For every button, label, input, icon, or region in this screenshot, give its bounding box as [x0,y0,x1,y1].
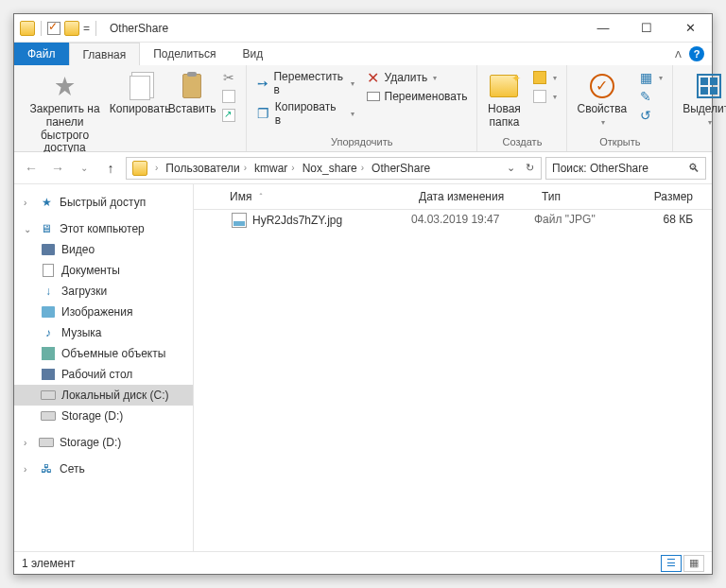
up-button[interactable]: ↑ [99,157,122,180]
group-new: Новая папка ▾ ▾ Создать [477,65,567,151]
new-folder-button[interactable]: Новая папка [481,67,527,133]
pc-icon: 🖥 [39,221,54,236]
folder-qa-icon[interactable] [64,21,79,36]
history-icon: ↺ [638,108,653,123]
nav-this-pc[interactable]: ⌄🖥Этот компьютер [14,218,193,239]
file-type: Файл "JPG" [534,213,638,228]
nav-item[interactable]: Рабочий стол [14,364,193,385]
path-icon [221,89,236,104]
chevron-down-icon: ▾ [351,79,354,88]
file-name: HyR2Jds7hZY.jpg [252,214,342,227]
tab-view[interactable]: Вид [229,43,276,65]
quick-access-toolbar: = [14,21,104,36]
easy-access-button[interactable]: ▾ [530,88,559,105]
rename-button[interactable]: Переименовать [364,88,470,105]
column-date[interactable]: Дата изменения [411,188,534,205]
maximize-button[interactable]: ☐ [625,14,668,43]
doc-icon [41,263,56,278]
easy-access-icon [532,89,547,104]
nav-item[interactable]: ♪Музыка [14,322,193,343]
search-placeholder: Поиск: OtherShare [552,162,648,175]
ribbon-right: ᐱ ? [675,43,712,65]
paste-shortcut-button[interactable] [219,107,238,124]
nav-item-label: Storage (D:) [61,409,123,423]
paste-icon [177,71,207,101]
breadcrumb-item[interactable]: OtherShare [368,162,434,175]
nav-item[interactable]: Изображения [14,302,193,322]
tab-share[interactable]: Поделиться [140,43,229,65]
nav-storage-d[interactable]: ›Storage (D:) [14,432,193,453]
drive-icon [41,408,56,424]
properties-button[interactable]: Свойства ▾ [571,67,632,130]
file-row[interactable]: HyR2Jds7hZY.jpg04.03.2019 19:47Файл "JPG… [194,210,712,231]
details-view-button[interactable]: ☰ [661,555,682,572]
copy-to-button[interactable]: ❐Копировать в▾ [254,99,356,128]
folder-icon [20,21,35,36]
nav-item[interactable]: Видео [14,239,193,260]
group-select: Выделить ▾ [673,65,726,151]
window-buttons: — ☐ ✕ [581,14,712,43]
new-item-button[interactable]: ▾ [530,69,559,86]
nav-item[interactable]: Локальный диск (C:) [14,385,193,406]
column-type[interactable]: Тип [534,188,638,205]
group-open: Свойства ▾ ▦▾ ✎ ↺ Открыть [567,65,673,151]
music-icon: ♪ [41,325,56,340]
edit-button[interactable]: ✎ [636,88,665,105]
help-icon[interactable]: ? [689,46,704,61]
tab-file[interactable]: Файл [14,43,69,65]
collapse-ribbon-icon[interactable]: ᐱ [675,49,682,60]
nav-item[interactable]: Объемные объекты [14,343,193,364]
nav-item[interactable]: Документы [14,260,193,281]
copy-button[interactable]: Копировать [112,67,168,120]
edit-icon: ✎ [638,89,653,104]
breadcrumb-item[interactable]: Пользователи› [162,162,251,175]
pin-quick-access-button[interactable]: Закрепить на панели быстрого доступа [18,67,112,159]
history-button[interactable]: ↺ [636,107,665,124]
video-icon [41,242,56,257]
jpg-file-icon [232,213,247,228]
status-bar: 1 элемент ☰ ▦ [14,551,712,574]
nav-item[interactable]: ↓Загрузки [14,281,193,302]
group-label: Создать [481,136,562,149]
address-dropdown[interactable]: ⌄ [501,158,520,179]
select-button[interactable]: Выделить ▾ [677,67,726,130]
tab-home[interactable]: Главная [69,43,141,65]
delete-button[interactable]: ✕Удалить▾ [364,69,470,86]
open-button[interactable]: ▦▾ [636,69,665,86]
copy-path-button[interactable] [219,88,238,105]
move-to-button[interactable]: ➙Переместить в▾ [254,69,356,97]
refresh-button[interactable]: ↻ [520,158,539,179]
nav-quick-access[interactable]: ›★Быстрый доступ [14,192,193,213]
nav-item-label: Документы [61,264,120,277]
nav-network[interactable]: ›🖧Сеть [14,458,193,479]
column-size[interactable]: Размер [638,188,712,205]
address-input[interactable]: › Пользователи› kmwar› Nox_share› OtherS… [126,157,542,180]
open-icon: ▦ [638,70,653,85]
back-button[interactable]: ← [20,157,43,180]
breadcrumb-item[interactable]: Nox_share› [299,162,368,175]
nav-item[interactable]: Storage (D:) [14,406,193,426]
minimize-button[interactable]: — [581,14,625,43]
search-input[interactable]: Поиск: OtherShare 🔍︎ [545,157,706,180]
icons-view-button[interactable]: ▦ [683,555,704,572]
pin-icon [50,71,80,101]
close-button[interactable]: ✕ [668,14,712,43]
column-name[interactable]: Имяˆ [194,188,411,205]
forward-button[interactable]: → [46,157,69,180]
file-date: 04.03.2019 19:47 [411,213,534,228]
download-icon: ↓ [41,284,56,299]
recent-dropdown[interactable]: ⌄ [73,157,95,180]
breadcrumb-item[interactable]: kmwar› [251,162,299,175]
breadcrumb-sep[interactable]: › [151,163,162,173]
explorer-window: = OtherShare — ☐ ✕ Файл Главная Поделить… [13,13,713,575]
nav-item-label: Видео [61,243,95,256]
paste-button[interactable]: Вставить [168,67,216,120]
qa-dropdown[interactable]: = [83,22,90,35]
search-icon: 🔍︎ [688,162,700,175]
chevron-down-icon: ▾ [433,74,437,82]
cut-button[interactable]: ✂ [219,69,238,86]
image-icon [41,304,56,320]
chevron-down-icon: ▾ [708,118,712,127]
address-bar: ← → ⌄ ↑ › Пользователи› kmwar› Nox_share… [14,152,712,184]
properties-qa-icon[interactable] [47,22,60,35]
